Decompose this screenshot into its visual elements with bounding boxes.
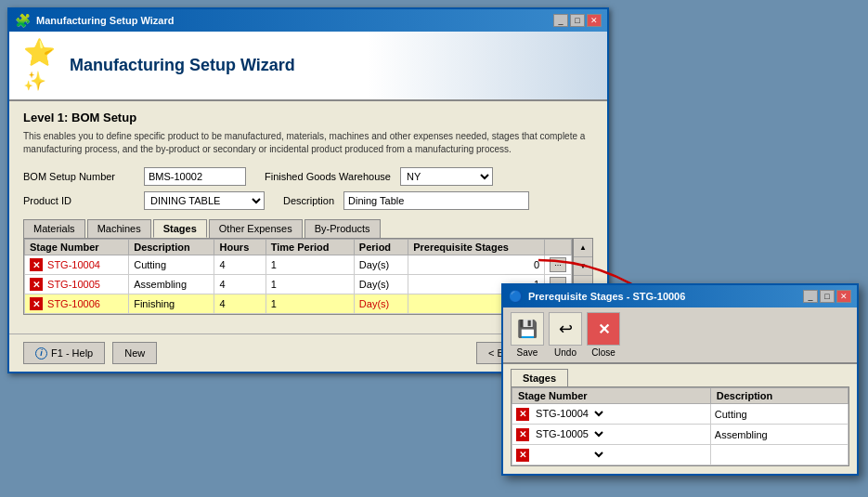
warehouse-select[interactable]: NY (400, 167, 493, 186)
prereq-row-id: ✕ STG-10004 (512, 404, 711, 425)
col-header-actions (545, 240, 572, 255)
close-label: Close (591, 347, 615, 358)
delete-row-button[interactable]: ✕ (30, 278, 43, 291)
prereq-row-desc (710, 445, 848, 465)
wizard-icon: 🧩 (15, 13, 31, 28)
close-button[interactable]: ✕ (587, 14, 602, 27)
stages-table-wrapper: Stage Number Description Hours Time Peri… (23, 238, 573, 315)
prereq-tabs: Stages (503, 364, 857, 386)
new-button[interactable]: New (112, 342, 157, 364)
description-input[interactable] (343, 191, 529, 210)
save-label: Save (517, 347, 538, 358)
stage-hours-cell: 4 (214, 294, 266, 314)
scroll-down-button[interactable]: ▼ (574, 257, 592, 276)
delete-row-button[interactable]: ✕ (30, 297, 43, 310)
table-row: ✕ STG-10004 Cutting 4 1 Day(s) 0 ··· (25, 255, 572, 275)
tab-materials[interactable]: Materials (23, 219, 85, 238)
stage-period-cell: Day(s) (354, 294, 408, 314)
form-row-product: Product ID DINING TABLE Description (23, 191, 593, 210)
stage-period-cell: Day(s) (354, 255, 408, 275)
prereq-col-description: Description (710, 388, 848, 404)
product-select[interactable]: DINING TABLE (144, 191, 265, 210)
stage-prereq-cell: 0 (408, 255, 545, 275)
prereq-stage-select[interactable]: STG-10004 (532, 407, 606, 420)
prereq-title-left: 🔵 Prerequisite Stages - STG-10006 (509, 290, 685, 303)
prereq-window-icon: 🔵 (509, 290, 523, 303)
tab-by-products[interactable]: By-Products (304, 219, 381, 238)
prereq-row-id: ✕ STG-10005 (512, 425, 711, 445)
prereq-tab-stages[interactable]: Stages (511, 369, 568, 386)
undo-icon: ↩ (549, 312, 582, 346)
prereq-maximize-button[interactable]: □ (820, 290, 835, 303)
stage-id: STG-10005 (47, 279, 100, 290)
col-header-prereq: Prerequisite Stages (408, 240, 545, 255)
prereq-stage-select[interactable]: STG-10005 (532, 427, 606, 440)
prereq-table: Stage Number Description ✕ STG-10004 Cut… (512, 387, 849, 465)
tab-other-expenses[interactable]: Other Expenses (209, 219, 303, 238)
product-label: Product ID (23, 195, 135, 206)
form-row-bom: BOM Setup Number Finished Goods Warehous… (23, 167, 593, 186)
wizard-header: ⭐✨ Manufacturing Setup Wizard (9, 32, 607, 101)
wizard-stars-icon: ⭐✨ (23, 40, 56, 92)
help-button[interactable]: i F1 - Help (23, 342, 105, 364)
prereq-title-controls: _ □ ✕ (803, 290, 851, 303)
level-title: Level 1: BOM Setup (23, 111, 593, 124)
prereq-window-title: Prerequisite Stages - STG-10006 (528, 291, 685, 302)
col-header-description: Description (129, 240, 214, 255)
stage-period-cell: Day(s) (354, 275, 408, 294)
stages-table: Stage Number Description Hours Time Peri… (24, 239, 572, 314)
save-icon: 💾 (511, 312, 544, 346)
table-row: ✕ STG-10005 Assembling 4 1 Day(s) 1 ··· (25, 275, 572, 294)
prereq-delete-button[interactable]: ✕ (516, 449, 529, 462)
title-bar-left: 🧩 Manufacturing Setup Wizard (15, 13, 174, 28)
close-icon: ✕ (587, 312, 620, 346)
undo-tool-button[interactable]: ↩ Undo (549, 312, 582, 358)
wizard-header-title: Manufacturing Setup Wizard (70, 56, 295, 75)
maximize-button[interactable]: □ (570, 14, 585, 27)
undo-label: Undo (554, 347, 577, 358)
prereq-row-desc: Cutting (710, 404, 848, 425)
table-row: ✕ STG-10006 Finishing 4 1 Day(s) 2 ··· (25, 294, 572, 314)
prereq-col-stage-number: Stage Number (512, 388, 711, 404)
delete-row-button[interactable]: ✕ (30, 258, 43, 271)
col-header-period: Period (354, 240, 408, 255)
tabs-container: Materials Machines Stages Other Expenses… (23, 219, 593, 238)
stage-hours-cell: 4 (214, 275, 266, 294)
info-icon: i (35, 347, 47, 360)
prereq-delete-button[interactable]: ✕ (516, 408, 529, 421)
prereq-title-bar: 🔵 Prerequisite Stages - STG-10006 _ □ ✕ (503, 285, 857, 307)
col-header-stage-number: Stage Number (25, 240, 129, 255)
prereq-stage-select[interactable] (532, 448, 606, 461)
col-header-time-period: Time Period (266, 240, 354, 255)
minimize-button[interactable]: _ (553, 14, 568, 27)
prereq-close-button[interactable]: ✕ (836, 290, 851, 303)
prereq-delete-button[interactable]: ✕ (516, 428, 529, 441)
tab-stages[interactable]: Stages (153, 219, 207, 238)
stage-timeperiod-cell: 1 (266, 275, 354, 294)
table-row: ✕ STG-10004 Cutting (512, 404, 849, 425)
stage-id-cell: ✕ STG-10005 (25, 275, 129, 294)
close-tool-button[interactable]: ✕ Close (587, 312, 620, 358)
tab-machines[interactable]: Machines (87, 219, 151, 238)
prereq-row-id: ✕ (512, 445, 711, 465)
stage-desc-cell: Finishing (129, 294, 214, 314)
prereq-table-wrapper: Stage Number Description ✕ STG-10004 Cut… (511, 386, 849, 466)
stage-dots-cell: ··· (545, 255, 572, 275)
prereq-window: 🔵 Prerequisite Stages - STG-10006 _ □ ✕ … (501, 283, 859, 476)
col-header-hours: Hours (214, 240, 266, 255)
stage-desc-cell: Assembling (129, 275, 214, 294)
bom-input[interactable] (144, 167, 246, 186)
warehouse-label: Finished Goods Warehouse (265, 171, 391, 182)
prereq-toolbar: 💾 Save ↩ Undo ✕ Close (503, 307, 857, 364)
main-window-title: Manufacturing Setup Wizard (36, 15, 174, 26)
save-tool-button[interactable]: 💾 Save (511, 312, 544, 358)
stage-id: STG-10006 (47, 298, 100, 309)
desc-label: Description (283, 195, 334, 206)
bottom-left-buttons: i F1 - Help New (23, 342, 157, 364)
description-text: This enables you to define specific prod… (23, 130, 593, 156)
table-row: ✕ (512, 445, 849, 465)
prereq-minimize-button[interactable]: _ (803, 290, 818, 303)
scroll-up-button[interactable]: ▲ (574, 239, 592, 257)
dots-button[interactable]: ··· (550, 257, 566, 272)
bom-label: BOM Setup Number (23, 171, 135, 182)
